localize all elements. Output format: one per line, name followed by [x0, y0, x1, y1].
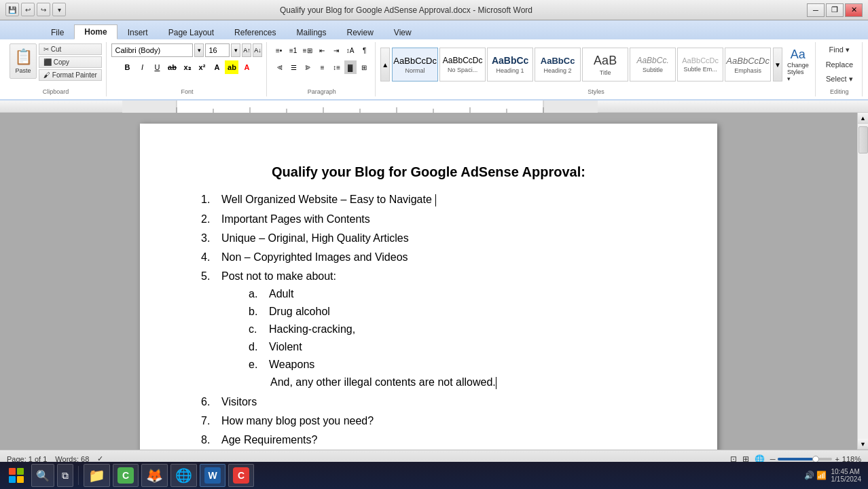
- style-title[interactable]: AaB Title: [582, 48, 628, 82]
- font-name-dropdown[interactable]: ▾: [194, 43, 204, 57]
- styles-scroll-down[interactable]: ▼: [773, 48, 782, 82]
- quick-access-toolbar[interactable]: 💾 ↩ ↪ ▾: [5, 3, 66, 16]
- zoom-bar[interactable]: [778, 458, 832, 460]
- task-view-btn[interactable]: ⧉: [57, 464, 73, 487]
- tab-references[interactable]: References: [224, 25, 286, 39]
- chrome-btn[interactable]: 🌐: [170, 464, 197, 487]
- style-emphasis[interactable]: AaBbCcDc Emphasis: [725, 48, 771, 82]
- word-icon: W: [204, 467, 221, 484]
- sort-button[interactable]: ↕A: [344, 43, 357, 57]
- zoom-fill: [778, 458, 813, 460]
- close-button[interactable]: ✕: [845, 3, 863, 17]
- tab-review[interactable]: Review: [336, 25, 383, 39]
- subscript-button[interactable]: x₂: [180, 60, 194, 74]
- tab-home[interactable]: Home: [74, 24, 117, 39]
- underline-button[interactable]: U: [150, 60, 164, 74]
- search-taskbar-btn[interactable]: 🔍: [31, 464, 54, 487]
- undo-quick-btn[interactable]: ↩: [21, 3, 35, 16]
- text-cursor-main: [496, 377, 496, 389]
- line-spacing-button[interactable]: ↕≡: [330, 60, 344, 74]
- start-button[interactable]: [4, 463, 29, 488]
- font-color-button[interactable]: A: [240, 60, 253, 74]
- file-explorer-btn[interactable]: 📁: [84, 464, 110, 487]
- font-size-dropdown[interactable]: ▾: [231, 43, 240, 57]
- style-heading2[interactable]: AaBbCc Heading 2: [535, 48, 581, 82]
- align-left-button[interactable]: ⫷: [273, 60, 287, 74]
- tab-file[interactable]: File: [41, 25, 74, 39]
- sub-list-item-text: Drug alcohol: [269, 306, 330, 317]
- font-controls: ▾ ▾ A↑ A↓ B I U ab x₂ x² A ab: [111, 43, 262, 95]
- highlight-button[interactable]: ab: [225, 60, 238, 74]
- save-quick-btn[interactable]: 💾: [5, 3, 19, 16]
- cut-button[interactable]: ✂ Cut: [39, 43, 102, 55]
- decrease-indent-button[interactable]: ⇤: [315, 43, 329, 57]
- scroll-thumb[interactable]: [858, 126, 868, 153]
- font-size-input[interactable]: [205, 43, 230, 57]
- format-painter-button[interactable]: 🖌 Format Painter: [39, 69, 102, 81]
- style-normal[interactable]: AaBbCcDc Normal: [392, 48, 438, 82]
- sub-note: And, any other illegal contents are not …: [221, 376, 663, 389]
- customize-quick-btn[interactable]: ▾: [52, 3, 66, 16]
- styles-gallery: AaBbCcDc Normal AaBbCcDc No Spaci... AaB…: [392, 48, 771, 82]
- word-taskbar-btn[interactable]: W: [200, 464, 225, 487]
- decrease-font-btn[interactable]: A↓: [253, 43, 262, 57]
- copy-button[interactable]: ⬛ Copy: [39, 56, 102, 68]
- multilevel-button[interactable]: ≡⊞: [301, 43, 314, 57]
- bullets-button[interactable]: ≡•: [272, 43, 286, 57]
- style-no-spacing[interactable]: AaBbCcDc No Spaci...: [439, 48, 486, 82]
- bold-button[interactable]: B: [120, 60, 134, 74]
- scroll-down-button[interactable]: ▼: [858, 439, 869, 450]
- tab-mailings[interactable]: Mailings: [286, 25, 336, 39]
- firefox-icon: 🦊: [146, 467, 163, 484]
- list-item: How many blog post you need?: [201, 415, 663, 427]
- strikethrough-button[interactable]: ab: [165, 60, 179, 74]
- zoom-thumb[interactable]: [812, 456, 819, 463]
- shading-button[interactable]: ▓: [344, 60, 357, 74]
- font-name-input[interactable]: [111, 43, 193, 57]
- italic-button[interactable]: I: [135, 60, 149, 74]
- borders-button[interactable]: ⊞: [357, 60, 371, 74]
- win-icon-red: [9, 468, 16, 475]
- redo-quick-btn[interactable]: ↪: [37, 3, 50, 16]
- paste-button[interactable]: 📋 Paste: [10, 43, 37, 79]
- clipboard-label: Clipboard: [43, 88, 69, 95]
- tab-page-layout[interactable]: Page Layout: [158, 25, 224, 39]
- numbering-button[interactable]: ≡1: [287, 43, 300, 57]
- align-right-button[interactable]: ⫸: [302, 60, 315, 74]
- firefox-btn[interactable]: 🦊: [141, 464, 168, 487]
- scroll-up-button[interactable]: ▲: [858, 113, 869, 124]
- styles-scroll-up[interactable]: ▲: [380, 48, 390, 82]
- restore-button[interactable]: ❐: [826, 3, 844, 17]
- vertical-scrollbar[interactable]: ▲ ▼: [857, 113, 868, 450]
- paragraph-label: Paragraph: [308, 88, 336, 95]
- minimize-button[interactable]: ─: [807, 3, 825, 17]
- green-app-btn[interactable]: C: [113, 464, 139, 487]
- style-heading1[interactable]: AaBbCc Heading 1: [487, 48, 533, 82]
- text-effects-button[interactable]: A: [210, 60, 223, 74]
- tab-insert[interactable]: Insert: [117, 25, 158, 39]
- change-styles-label: Change: [787, 62, 809, 69]
- superscript-button[interactable]: x²: [195, 60, 209, 74]
- increase-font-btn[interactable]: A↑: [242, 43, 251, 57]
- find-button[interactable]: Find ▾: [825, 43, 854, 56]
- clipboard-group: 📋 Paste ✂ Cut ⬛ Copy 🖌 Format Painter Cl…: [5, 42, 107, 96]
- show-formatting-button[interactable]: ¶: [358, 43, 372, 57]
- windows-icon: [9, 468, 24, 483]
- page-container[interactable]: Qualify your Blog for Google AdSense App…: [0, 113, 857, 450]
- document-page[interactable]: Qualify your Blog for Google AdSense App…: [140, 124, 717, 450]
- style-subtle-emphasis[interactable]: AaBbCcDc Subtle Em...: [677, 48, 723, 82]
- align-center-button[interactable]: ☰: [287, 60, 301, 74]
- increase-indent-button[interactable]: ⇥: [329, 43, 343, 57]
- replace-button[interactable]: Replace: [821, 58, 858, 71]
- tab-view[interactable]: View: [384, 25, 422, 39]
- justify-button[interactable]: ≡: [316, 60, 329, 74]
- red-app-btn[interactable]: C: [228, 464, 254, 487]
- list-item: Visitors: [201, 396, 663, 408]
- window-controls[interactable]: ─ ❐ ✕: [807, 3, 863, 17]
- style-emphasis-preview: AaBbCcDc: [726, 56, 770, 66]
- search-taskbar-icon: 🔍: [36, 469, 50, 482]
- style-subtitle[interactable]: AaBbCc. Subtitle: [630, 48, 676, 82]
- select-button[interactable]: Select ▾: [821, 73, 858, 86]
- list-item-text: Well Organized Website – Easy to Navigat…: [221, 194, 432, 205]
- change-styles-button[interactable]: Aa Change Styles ▾: [784, 45, 812, 85]
